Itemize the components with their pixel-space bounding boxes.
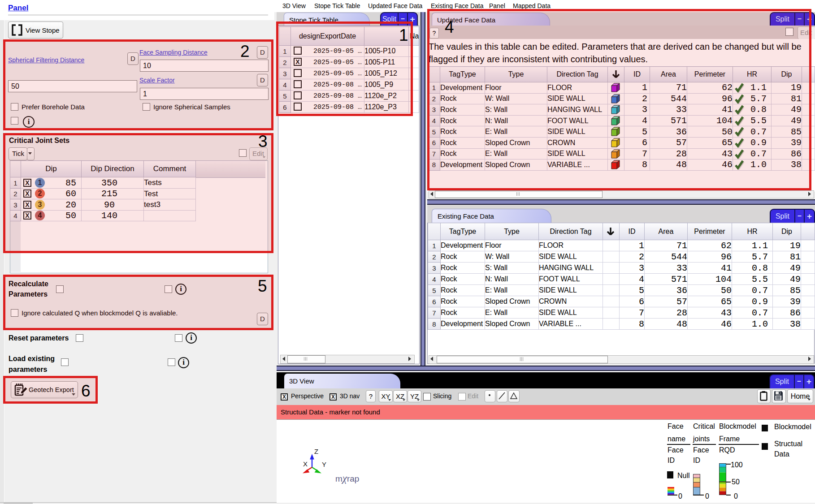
svg-text:X: X [303,460,308,468]
svg-text:Z: Z [314,448,318,455]
svg-text:Y: Y [322,461,326,468]
